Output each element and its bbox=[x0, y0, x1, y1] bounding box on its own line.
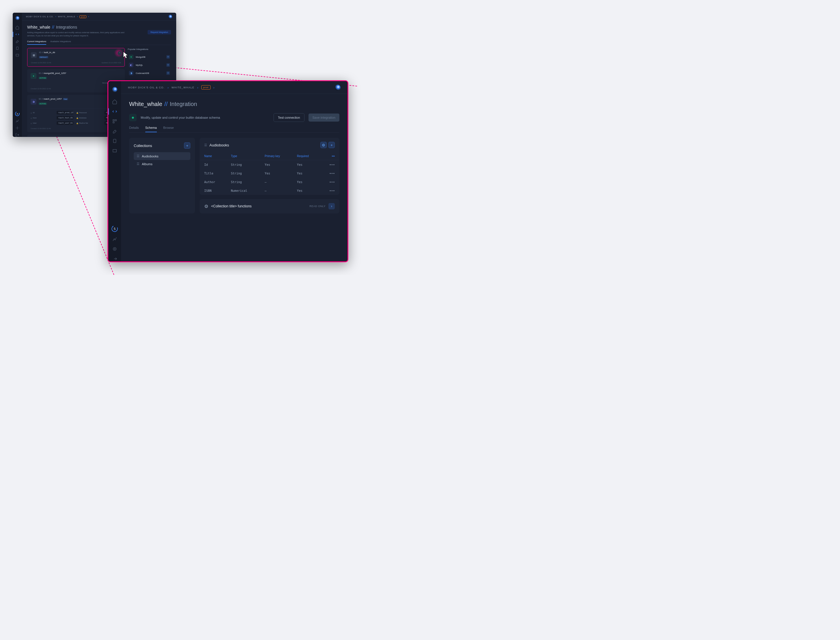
popular-item-mongodb: ● MongoDB + bbox=[128, 53, 171, 61]
mysql-icon: ◐ bbox=[129, 63, 133, 67]
cell-type: String bbox=[226, 169, 260, 178]
collection-item-albums[interactable]: ☰ Albums bbox=[134, 160, 190, 168]
save-integration-button[interactable]: Save integration bbox=[309, 114, 340, 122]
nav-tools-icon[interactable] bbox=[112, 128, 117, 134]
account-avatar-icon[interactable] bbox=[335, 85, 341, 90]
add-field-button[interactable]: + bbox=[328, 142, 335, 148]
collection-item-audiobooks[interactable]: ☰ Audiobooks bbox=[134, 152, 190, 160]
created-timestamp: Created 12.09.2022 12:46 bbox=[31, 62, 51, 64]
nav-tools-icon[interactable] bbox=[15, 39, 19, 43]
tab-current-integrations[interactable]: Current Integrations bbox=[27, 40, 46, 45]
collection-icon: ☰ bbox=[137, 154, 139, 158]
col-primary-key[interactable]: Primary key bbox=[260, 152, 292, 160]
env-badge[interactable]: prod bbox=[202, 85, 211, 90]
add-integration-button[interactable]: + bbox=[166, 63, 170, 67]
col-type[interactable]: Type bbox=[226, 152, 260, 160]
env-badge[interactable]: prod bbox=[80, 15, 86, 18]
breadcrumb-project[interactable]: WHITE_WHALE bbox=[171, 86, 194, 89]
breadcrumb-org[interactable]: MOBY DICK'S OIL & CO. bbox=[128, 86, 165, 89]
collections-heading: Collections bbox=[134, 144, 152, 148]
nav-logout-icon[interactable] bbox=[15, 133, 19, 137]
nav-org-icon[interactable] bbox=[112, 148, 117, 154]
nav-settings-icon[interactable] bbox=[15, 126, 19, 130]
chevron-right-icon: › bbox=[77, 15, 78, 18]
breadcrumb-org[interactable]: MOBY DICK'S OIL & CO. bbox=[26, 16, 54, 18]
integration-tabs: Current Integrations Available Integrati… bbox=[27, 40, 171, 45]
detail-label-user: ◇ User bbox=[30, 121, 54, 125]
nav-clipboard-icon[interactable] bbox=[15, 46, 19, 50]
col-required[interactable]: Required bbox=[292, 152, 320, 160]
tab-details[interactable]: Details bbox=[129, 126, 139, 132]
usage-badge[interactable]: 5 bbox=[110, 225, 119, 233]
cell-req: Yes bbox=[292, 160, 320, 169]
breadcrumb-project[interactable]: WHITE_WHALE bbox=[58, 16, 75, 18]
mongodb-icon: ● bbox=[30, 73, 37, 79]
sidebar: 5 bbox=[108, 81, 121, 261]
popular-item-cockroach: ◑ CockroachDB + bbox=[128, 69, 171, 77]
nav-metrics-icon[interactable] bbox=[15, 119, 19, 123]
page-title: White_whale // Integrations bbox=[27, 25, 125, 29]
schema-fields-table: Name Type Primary key Required ••• IdStr… bbox=[200, 152, 339, 195]
integration-detail-window: 5 MOBY DICK'S OIL & CO. › WHITE_WHALE › … bbox=[107, 80, 348, 262]
usage-badge[interactable]: 5 bbox=[14, 111, 21, 117]
nav-org-icon[interactable] bbox=[15, 53, 19, 57]
row-actions-button[interactable]: ••• bbox=[320, 169, 339, 178]
test-connection-button[interactable]: Test connection bbox=[274, 113, 304, 122]
cockroach-icon: ◑ bbox=[129, 71, 133, 75]
collapse-button[interactable]: ⌃ bbox=[118, 51, 122, 55]
sidebar: 5 bbox=[13, 13, 22, 137]
row-actions-button[interactable]: ••• bbox=[320, 178, 339, 186]
chevron-right-icon: › bbox=[168, 86, 169, 89]
mongodb-icon: ● bbox=[129, 114, 137, 121]
chevron-right-icon: › bbox=[213, 86, 214, 89]
integration-title: ID // roach_prod_1257Copy bbox=[39, 98, 68, 100]
svg-rect-3 bbox=[113, 120, 114, 121]
row-actions-button[interactable]: ••• bbox=[320, 186, 339, 195]
nav-integrations-icon[interactable] bbox=[112, 109, 117, 114]
readonly-badge: READ ONLY bbox=[309, 205, 326, 208]
cell-pk: Yes bbox=[260, 169, 292, 178]
add-collection-button[interactable]: + bbox=[184, 142, 190, 149]
table-row: ISBNNumerical—Yes••• bbox=[200, 186, 339, 195]
nav-settings-icon[interactable] bbox=[112, 246, 117, 251]
status-default-badge: DEFAULT bbox=[39, 56, 48, 58]
row-actions-button[interactable]: ••• bbox=[320, 160, 339, 169]
tab-schema[interactable]: Schema bbox=[145, 126, 157, 132]
detail-label-replica: 🔒 Replica Set bbox=[76, 121, 102, 125]
copy-button[interactable]: Copy bbox=[63, 98, 68, 100]
page-title: White_whale // Integration bbox=[129, 101, 339, 107]
cell-req: Yes bbox=[292, 186, 320, 195]
col-name[interactable]: Name bbox=[200, 152, 226, 160]
col-actions[interactable]: ••• bbox=[320, 152, 339, 160]
svg-rect-0 bbox=[16, 47, 19, 50]
created-timestamp: Created 12.09.2022 12:46 bbox=[30, 128, 51, 130]
svg-point-9 bbox=[114, 249, 115, 250]
table-row: AuthorString—Yes••• bbox=[200, 178, 339, 186]
schema-settings-button[interactable]: ⚙ bbox=[320, 142, 327, 148]
nav-backends-icon[interactable] bbox=[112, 119, 117, 124]
nav-metrics-icon[interactable] bbox=[112, 237, 117, 242]
tab-browse[interactable]: Browse bbox=[163, 126, 174, 132]
tab-available-integrations[interactable]: Available Integrations bbox=[50, 40, 71, 45]
nav-clipboard-icon[interactable] bbox=[112, 138, 117, 144]
sliders-icon: ⚙ bbox=[204, 203, 208, 209]
detail-value-host: roach_host_05 bbox=[57, 116, 74, 120]
svg-rect-7 bbox=[113, 150, 117, 152]
add-integration-button[interactable]: + bbox=[166, 71, 170, 75]
cell-pk: — bbox=[260, 178, 292, 186]
request-integration-button[interactable]: Request Integration bbox=[147, 30, 171, 34]
collection-functions-bar[interactable]: ⚙ <Collection title> functions READ ONLY… bbox=[200, 199, 339, 213]
expand-functions-button[interactable]: › bbox=[328, 203, 335, 210]
collections-panel: Collections + ☰ Audiobooks ☰ Albums bbox=[129, 138, 195, 213]
account-avatar-icon[interactable] bbox=[168, 15, 172, 19]
nav-home-icon[interactable] bbox=[112, 99, 117, 104]
nav-home-icon[interactable] bbox=[15, 26, 19, 29]
add-integration-button[interactable]: + bbox=[166, 55, 170, 59]
product-logo bbox=[112, 87, 117, 92]
nav-logout-icon[interactable] bbox=[112, 256, 117, 261]
svg-rect-4 bbox=[115, 120, 117, 121]
schema-table-panel: ☰ Audiobooks ⚙ + Name Type bbox=[200, 138, 339, 195]
integration-card-builtin[interactable]: ▦ ID // built_in_db DEFAULT ⌃ Created 12… bbox=[27, 48, 125, 67]
database-icon: ▦ bbox=[31, 52, 37, 58]
nav-integrations-icon[interactable] bbox=[15, 32, 19, 37]
